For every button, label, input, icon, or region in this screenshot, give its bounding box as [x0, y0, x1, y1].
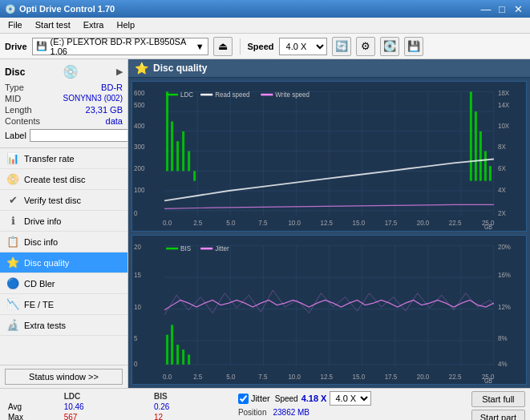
svg-text:5.0: 5.0 [226, 372, 235, 381]
jitter-checkbox-group: Jitter [238, 394, 270, 404]
sidebar-item-fe-te[interactable]: 📉 FE / TE [0, 294, 127, 315]
svg-text:10X: 10X [498, 121, 509, 130]
sidebar-item-drive-info[interactable]: ℹ Drive info [0, 211, 127, 232]
status-window-button[interactable]: Status window >> [5, 369, 123, 385]
speed-label-stat: Speed [275, 394, 298, 403]
sidebar-item-transfer-rate[interactable]: 📊 Transfer rate [0, 148, 127, 169]
minimize-button[interactable]: — [479, 2, 493, 15]
col-header-ldc: LDC [61, 391, 151, 402]
disc-length-value: 23,31 GB [86, 105, 123, 115]
svg-rect-21 [182, 131, 184, 171]
title-bar-controls: — □ ✕ [479, 2, 525, 15]
disc-label-row: Label 🖊 [5, 128, 123, 143]
svg-rect-22 [188, 151, 190, 172]
max-label: Max [5, 412, 61, 420]
eject-button[interactable]: ⏏ [213, 37, 233, 56]
settings-button[interactable]: ⚙ [356, 37, 375, 56]
extra-tests-icon: 🔬 [6, 319, 19, 331]
svg-text:LDC: LDC [180, 90, 193, 99]
maximize-button[interactable]: □ [495, 2, 509, 15]
svg-text:14X: 14X [498, 100, 509, 109]
svg-text:BIS: BIS [180, 243, 191, 252]
content-title: Disc quality [153, 63, 207, 74]
speed-select[interactable]: 4.0 X [279, 38, 327, 55]
disc-label-input[interactable] [30, 129, 128, 142]
disc-section: Disc 💿 ▶ Type BD-R MID SONYNN3 (002) Len… [0, 59, 127, 148]
sidebar-item-disc-info[interactable]: 📋 Disc info [0, 232, 127, 252]
svg-text:22.5: 22.5 [449, 372, 462, 381]
disc-quality-icon: ⭐ [6, 256, 19, 269]
disc-mid-value: SONYNN3 (002) [63, 94, 123, 103]
burn-button[interactable]: 💽 [380, 37, 399, 56]
verify-test-disc-icon: ✔ [6, 194, 19, 206]
sidebar-item-disc-quality[interactable]: ⭐ Disc quality [0, 252, 127, 273]
stats-avg-row: Avg 10.46 0.26 [5, 402, 230, 412]
svg-text:8%: 8% [498, 333, 508, 342]
menu-start-test[interactable]: Start test [30, 19, 75, 31]
sidebar-item-label: Extra tests [24, 321, 66, 330]
svg-text:0: 0 [134, 208, 137, 217]
menu-help[interactable]: Help [111, 19, 140, 31]
menu-extra[interactable]: Extra [79, 19, 109, 31]
speed-val: 4.18 X [301, 394, 327, 403]
chart1-svg: 0 100 200 300 400 500 600 2X 4X 6X 8X 10… [132, 82, 526, 231]
save-button[interactable]: 💾 [404, 37, 423, 56]
disc-label-label: Label [5, 131, 26, 140]
sidebar-item-create-test-disc[interactable]: 📀 Create test disc [0, 169, 127, 190]
jitter-checkbox[interactable] [238, 394, 249, 404]
chart1-wrapper: 0 100 200 300 400 500 600 2X 4X 6X 8X 10… [131, 81, 527, 232]
svg-rect-79 [176, 345, 179, 365]
disc-mid-label: MID [5, 94, 21, 103]
avg-label: Avg [5, 402, 61, 412]
content-icon: ⭐ [135, 62, 148, 75]
svg-text:16%: 16% [498, 270, 511, 279]
sidebar-item-cd-bler[interactable]: 🔵 CD Bler [0, 273, 127, 294]
svg-text:0: 0 [134, 359, 137, 368]
start-part-button[interactable]: Start part [471, 410, 525, 420]
svg-rect-77 [166, 334, 168, 364]
sidebar-item-extra-tests[interactable]: 🔬 Extra tests [0, 315, 127, 336]
drive-selector[interactable]: 💾 (E:) PLEXTOR BD-R PX-LB950SA 1.06 ▼ [32, 38, 208, 55]
svg-text:5: 5 [134, 333, 137, 342]
svg-text:15: 15 [134, 270, 141, 279]
close-button[interactable]: ✕ [511, 2, 525, 15]
max-ldc: 567 [61, 412, 151, 420]
svg-text:4%: 4% [498, 359, 508, 368]
svg-rect-26 [479, 131, 482, 181]
stats-middle: Jitter Speed 4.18 X 4.0 X Position 23862… [238, 391, 463, 420]
svg-rect-59 [261, 94, 273, 95]
svg-text:10: 10 [134, 301, 141, 310]
disc-type-label: Type [5, 83, 24, 92]
svg-text:20.0: 20.0 [417, 219, 430, 228]
svg-text:6X: 6X [498, 164, 506, 173]
content-header: ⭐ Disc quality [128, 59, 530, 78]
stats-bar: LDC BIS Avg 10.46 0.26 Max 567 12 Total … [0, 388, 530, 420]
disc-type-row: Type BD-R [5, 83, 123, 92]
disc-contents-row: Contents data [5, 116, 123, 126]
svg-text:17.5: 17.5 [385, 219, 398, 228]
sidebar-item-verify-test-disc[interactable]: ✔ Verify test disc [0, 190, 127, 211]
svg-rect-57 [200, 94, 212, 95]
menu-bar: File Start test Extra Help [0, 18, 530, 34]
svg-rect-80 [182, 349, 184, 365]
svg-text:100: 100 [134, 186, 144, 195]
refresh-button[interactable]: 🔄 [332, 37, 351, 56]
drive-value: (E:) PLEXTOR BD-R PX-LB950SA 1.06 [51, 37, 192, 56]
svg-rect-78 [171, 325, 173, 364]
svg-text:0.0: 0.0 [163, 372, 172, 381]
svg-text:10.0: 10.0 [288, 219, 301, 228]
speed-dropdown-stat[interactable]: 4.0 X [330, 391, 371, 406]
start-full-button[interactable]: Start full [471, 391, 525, 407]
disc-type-value: BD-R [101, 83, 123, 92]
disc-header: Disc 💿 ▶ [5, 64, 123, 79]
menu-file[interactable]: File [3, 19, 27, 31]
sidebar-item-label: Transfer rate [24, 154, 75, 164]
sidebar-item-label: FE / TE [24, 300, 54, 309]
toolbar: Drive 💾 (E:) PLEXTOR BD-R PX-LB950SA 1.0… [0, 34, 530, 59]
svg-rect-23 [193, 171, 196, 180]
toolbar-separator [240, 38, 241, 55]
svg-rect-27 [484, 151, 487, 181]
sidebar: Disc 💿 ▶ Type BD-R MID SONYNN3 (002) Len… [0, 59, 128, 388]
position-val: 23862 MB [273, 408, 310, 417]
svg-text:8X: 8X [498, 142, 506, 151]
